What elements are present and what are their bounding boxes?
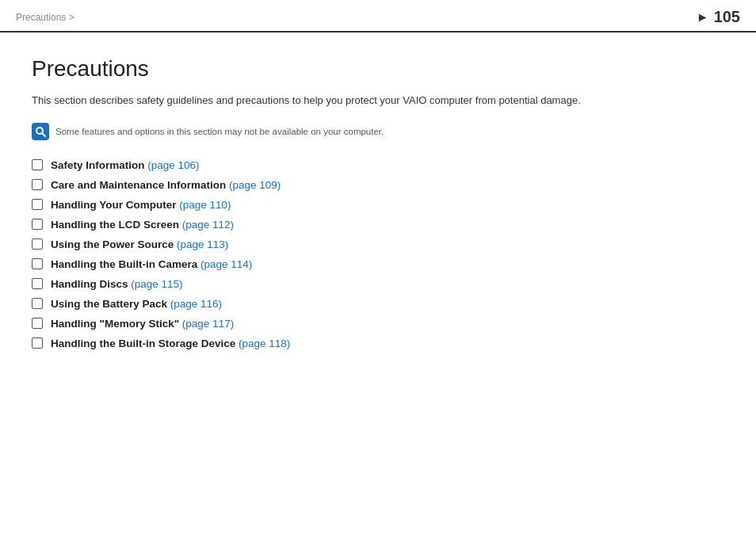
checkbox-icon: [32, 238, 43, 250]
toc-item-link[interactable]: (page 106): [147, 159, 199, 171]
page-description: This section describes safety guidelines…: [32, 93, 724, 109]
note-text: Some features and options in this sectio…: [55, 123, 384, 139]
toc-list: Safety Information (page 106)Care and Ma…: [32, 159, 724, 349]
arrow-icon: ►: [697, 10, 709, 25]
main-content: Precautions This section describes safet…: [0, 32, 756, 373]
list-item: Safety Information (page 106): [32, 159, 724, 171]
toc-item-link[interactable]: (page 114): [200, 258, 252, 270]
toc-item-link[interactable]: (page 113): [177, 238, 228, 250]
toc-item-label: Safety Information (page 106): [51, 159, 200, 171]
toc-item-link[interactable]: (page 115): [131, 278, 182, 290]
breadcrumb-bar: Precautions > ► 105: [0, 0, 756, 32]
list-item: Handling the Built-in Storage Device (pa…: [32, 338, 724, 349]
search-icon: [35, 126, 46, 137]
note-icon: [32, 123, 49, 140]
checkbox-icon: [32, 199, 43, 210]
page-number: 105: [714, 8, 740, 26]
svg-line-1: [42, 133, 45, 136]
list-item: Using the Power Source (page 113): [32, 238, 724, 250]
checkbox-icon: [32, 338, 43, 349]
toc-item-link[interactable]: (page 118): [239, 338, 290, 349]
checkbox-icon: [32, 298, 43, 309]
toc-item-link[interactable]: (page 110): [179, 199, 231, 211]
checkbox-icon: [32, 278, 43, 289]
list-item: Handling the LCD Screen (page 112): [32, 219, 724, 231]
list-item: Handling Discs (page 115): [32, 278, 724, 290]
toc-item-link[interactable]: (page 109): [229, 179, 281, 191]
list-item: Using the Battery Pack (page 116): [32, 298, 724, 310]
toc-item-label: Handling the LCD Screen (page 112): [51, 219, 234, 231]
toc-item-label: Handling Your Computer (page 110): [51, 199, 231, 211]
toc-item-link[interactable]: (page 116): [170, 298, 222, 310]
note-box: Some features and options in this sectio…: [32, 123, 724, 140]
toc-item-label: Handling the Built-in Storage Device (pa…: [51, 338, 290, 349]
list-item: Handling "Memory Stick" (page 117): [32, 318, 724, 330]
checkbox-icon: [32, 318, 43, 329]
toc-item-label: Using the Battery Pack (page 116): [51, 298, 222, 310]
toc-item-label: Using the Power Source (page 113): [51, 238, 228, 250]
checkbox-icon: [32, 219, 43, 230]
list-item: Care and Maintenance Information (page 1…: [32, 179, 724, 191]
list-item: Handling the Built-in Camera (page 114): [32, 258, 724, 270]
toc-item-link[interactable]: (page 117): [182, 318, 234, 330]
toc-item-label: Care and Maintenance Information (page 1…: [51, 179, 281, 191]
page-number-container: ► 105: [697, 8, 740, 26]
toc-item-label: Handling Discs (page 115): [51, 278, 183, 290]
toc-item-label: Handling "Memory Stick" (page 117): [51, 318, 234, 330]
toc-item-link[interactable]: (page 112): [182, 219, 234, 231]
toc-item-label: Handling the Built-in Camera (page 114): [51, 258, 252, 270]
checkbox-icon: [32, 179, 43, 190]
breadcrumb: Precautions >: [16, 12, 74, 23]
checkbox-icon: [32, 159, 43, 170]
page-title: Precautions: [32, 56, 724, 82]
checkbox-icon: [32, 258, 43, 269]
list-item: Handling Your Computer (page 110): [32, 199, 724, 211]
